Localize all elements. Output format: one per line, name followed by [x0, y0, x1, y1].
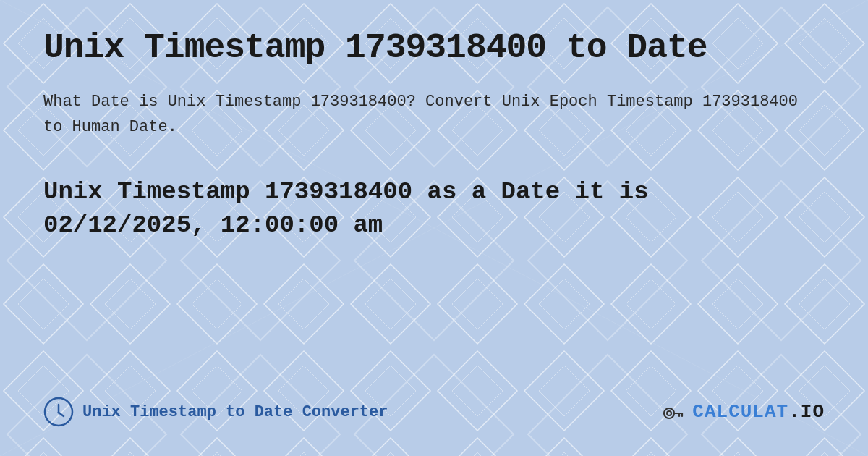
result-text: Unix Timestamp 1739318400 as a Date it i… — [43, 176, 825, 242]
clock-icon — [43, 397, 74, 427]
page-title: Unix Timestamp 1739318400 to Date — [43, 29, 825, 67]
footer-left: Unix Timestamp to Date Converter — [43, 397, 388, 427]
result-section: Unix Timestamp 1739318400 as a Date it i… — [43, 176, 825, 242]
result-line2: 02/12/2025, 12:00:00 am — [43, 211, 383, 239]
converter-label: Unix Timestamp to Date Converter — [82, 403, 388, 421]
result-line1: Unix Timestamp 1739318400 as a Date it i… — [43, 178, 649, 206]
logo: CALCULAT.IO — [660, 399, 825, 425]
svg-point-11 — [58, 412, 60, 414]
logo-icon — [660, 399, 686, 425]
svg-point-13 — [667, 411, 671, 415]
footer: Unix Timestamp to Date Converter CALCULA… — [43, 382, 825, 427]
description-text: What Date is Unix Timestamp 1739318400? … — [43, 89, 825, 140]
logo-text: CALCULAT.IO — [692, 401, 825, 423]
